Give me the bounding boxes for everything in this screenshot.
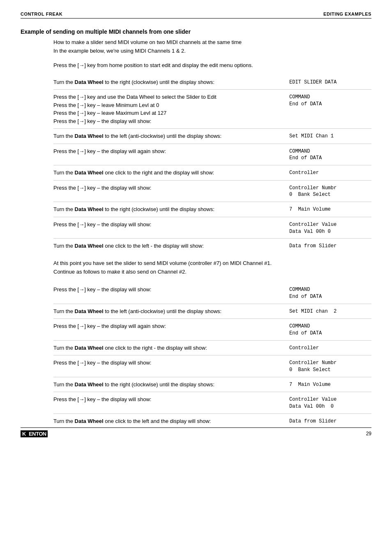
p2-row-2-display: Set MIDI chan 2 xyxy=(289,307,371,315)
p2-row-3: Press the [→] key – the display will aga… xyxy=(53,319,371,341)
p2-row-3-text: Press the [→] key – the display will aga… xyxy=(53,322,289,330)
intro-line2: In the example below, we're using MIDI C… xyxy=(53,47,371,56)
kenton-logo-box: K xyxy=(21,430,28,437)
row-2-text: Press the [→] key and use the Data Wheel… xyxy=(53,93,289,125)
row-1-text: Turn the Data Wheel to the right (clockw… xyxy=(53,78,289,86)
p2-row-1-text: Press the [→] key – the display will sho… xyxy=(53,286,289,294)
footer: KENTON 29 xyxy=(21,427,371,437)
p2-row-1-display: COMMANDEnd of DATA xyxy=(289,286,371,300)
p2-row-7-display: Controller ValueData Val 00h 0 xyxy=(289,395,371,410)
row-5: Turn the Data Wheel one click to the rig… xyxy=(53,165,371,181)
row-6-display: Controller Numbr0 Bank Select xyxy=(289,184,371,199)
row-9: Turn the Data Wheel one click to the lef… xyxy=(53,239,371,253)
p2-row-3-display: COMMANDEnd of DATA xyxy=(289,322,371,337)
p2-row-4: Turn the Data Wheel one click to the rig… xyxy=(53,341,371,356)
row-7: Turn the Data Wheel to the right (clockw… xyxy=(53,202,371,217)
row-6: Press the [→] key – the display will sho… xyxy=(53,181,371,202)
row-1-display: EDIT SLIDER DATA xyxy=(289,78,371,86)
header-right: EDITING EXAMPLES xyxy=(323,12,371,16)
p2-row-2-text: Turn the Data Wheel to the left (anti-cl… xyxy=(53,307,289,316)
footer-logo: KENTON xyxy=(21,430,48,437)
p2-row-7-text: Press the [→] key – the display will sho… xyxy=(53,395,289,404)
row-9-display: Data from Slider xyxy=(289,242,371,250)
p2-row-6-display: 7 Main Volume xyxy=(289,381,371,388)
row-7-text: Turn the Data Wheel to the right (clockw… xyxy=(53,205,289,214)
intro-text: How to make a slider send MIDI volume on… xyxy=(53,38,371,56)
p2-row-6-text: Turn the Data Wheel to the right (clockw… xyxy=(53,381,289,389)
row-4: Press the [→] key – the display will aga… xyxy=(53,144,371,166)
row-3-text: Turn the Data Wheel to the left (anti-cl… xyxy=(53,132,289,140)
row-2-display: COMMANDEnd of DATA xyxy=(289,93,371,108)
p2-row-6: Turn the Data Wheel to the right (clockw… xyxy=(53,377,371,392)
row-5-display: Controller xyxy=(289,169,371,176)
row-5-text: Turn the Data Wheel one click to the rig… xyxy=(53,169,289,177)
part1-rows: Turn the Data Wheel to the right (clockw… xyxy=(53,75,371,254)
row-3-display: Set MIDI Chan 1 xyxy=(289,132,371,140)
p2-row-8: Turn the Data Wheel one click to the lef… xyxy=(53,414,371,429)
mid-line1: At this point you have set the slider to… xyxy=(53,259,371,268)
p2-row-2: Turn the Data Wheel to the left (anti-cl… xyxy=(53,304,371,319)
p2-row-5: Press the [→] key – the display will sho… xyxy=(53,355,371,377)
p2-row-5-text: Press the [→] key – the display will sho… xyxy=(53,359,289,367)
row-3: Turn the Data Wheel to the left (anti-cl… xyxy=(53,129,371,144)
row-4-text: Press the [→] key – the display will aga… xyxy=(53,147,289,156)
section-title: Example of sending on multiple MIDI chan… xyxy=(21,28,371,35)
header-left: CONTROL FREAK xyxy=(21,12,62,16)
row-8-display: Controller ValueData Val 00h 0 xyxy=(289,221,371,235)
mid-line2: Continue as follows to make it also send… xyxy=(53,268,371,276)
intro-line1: How to make a slider send MIDI volume on… xyxy=(53,38,371,47)
row-8: Press the [→] key – the display will sho… xyxy=(53,217,371,239)
p2-row-4-text: Turn the Data Wheel one click to the rig… xyxy=(53,344,289,352)
p2-row-7: Press the [→] key – the display will sho… xyxy=(53,392,371,414)
p2-row-1: Press the [→] key – the display will sho… xyxy=(53,282,371,304)
row-9-text: Turn the Data Wheel one click to the lef… xyxy=(53,242,289,250)
row-2: Press the [→] key and use the Data Wheel… xyxy=(53,90,371,129)
row-8-text: Press the [→] key – the display will sho… xyxy=(53,221,289,229)
row-7-display: 7 Main Volume xyxy=(289,205,371,213)
mid-paragraph: At this point you have set the slider to… xyxy=(53,259,371,276)
p2-row-8-display: Data from Slider xyxy=(289,417,371,425)
row-4-display: COMMANDEnd of DATA xyxy=(289,147,371,162)
press-start-text: Press the [→] key from home position to … xyxy=(53,62,371,68)
p2-row-8-text: Turn the Data Wheel one click to the lef… xyxy=(53,417,289,425)
row-1: Turn the Data Wheel to the right (clockw… xyxy=(53,75,371,90)
p2-row-5-display: Controller Numbr0 Bank Select xyxy=(289,359,371,374)
kenton-logo-text: ENTON xyxy=(28,430,48,437)
row-6-text: Press the [→] key – the display will sho… xyxy=(53,184,289,192)
p2-row-4-display: Controller xyxy=(289,344,371,352)
part2-rows: Press the [→] key – the display will sho… xyxy=(53,282,371,429)
footer-page-number: 29 xyxy=(366,431,371,437)
